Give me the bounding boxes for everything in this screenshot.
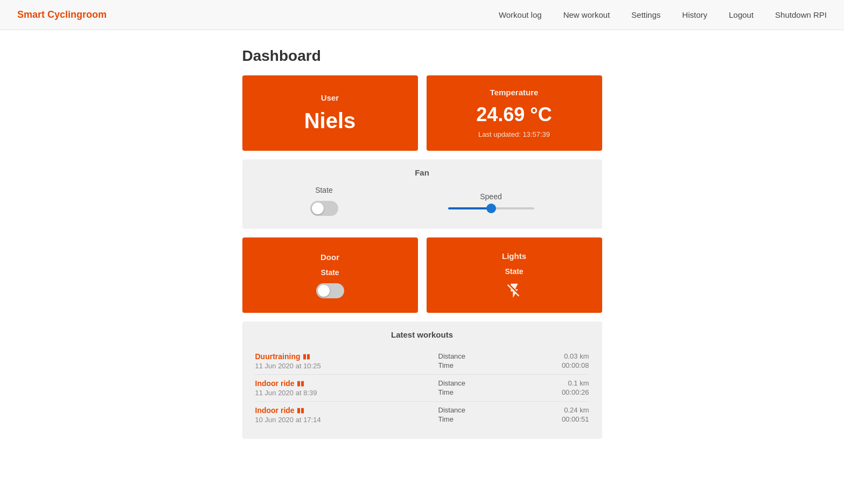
navbar: Smart Cyclingroom Workout log New workou… bbox=[0, 0, 844, 30]
stat-value: 00:00:08 bbox=[562, 361, 589, 369]
workout-stat-row: Distance0.24 km bbox=[438, 406, 589, 414]
temperature-card-label: Temperature bbox=[490, 88, 539, 97]
door-card: Door State bbox=[242, 237, 418, 313]
nav-shutdown[interactable]: Shutdown RPI bbox=[775, 10, 827, 19]
workout-stat-row: Time00:00:08 bbox=[438, 361, 589, 369]
top-cards-row: User Niels Temperature 24.69 °C Last upd… bbox=[242, 75, 602, 151]
stat-key: Distance bbox=[438, 379, 482, 387]
workout-stats: Distance0.24 kmTime00:00:51 bbox=[438, 406, 589, 423]
fan-speed-group: Speed bbox=[448, 192, 534, 209]
workout-left: Duurtraining ▮▮11 Jun 2020 at 10:25 bbox=[255, 352, 438, 370]
temperature-card-sub: Last updated: 13:57:39 bbox=[478, 130, 550, 138]
page-title: Dashboard bbox=[242, 47, 602, 65]
workout-stat-row: Time00:00:26 bbox=[438, 388, 589, 396]
lights-card: Lights State bbox=[427, 237, 602, 313]
workout-name[interactable]: Indoor ride ▮▮ bbox=[255, 379, 438, 388]
fan-speed-label: Speed bbox=[480, 192, 501, 201]
workout-name[interactable]: Indoor ride ▮▮ bbox=[255, 406, 438, 415]
brand-link[interactable]: Smart Cyclingroom bbox=[17, 9, 107, 20]
workout-left: Indoor ride ▮▮11 Jun 2020 at 8:39 bbox=[255, 379, 438, 397]
stat-value: 0.24 km bbox=[564, 406, 589, 414]
workout-row: Duurtraining ▮▮11 Jun 2020 at 10:25Dista… bbox=[255, 348, 589, 375]
fan-toggle-track bbox=[310, 201, 338, 216]
nav-settings[interactable]: Settings bbox=[631, 10, 660, 19]
workout-date: 11 Jun 2020 at 10:25 bbox=[255, 362, 438, 370]
fan-state-group: State bbox=[310, 186, 338, 216]
workout-stat-row: Distance0.1 km bbox=[438, 379, 589, 387]
workouts-title: Latest workouts bbox=[255, 330, 589, 339]
bolt-off-icon bbox=[506, 282, 523, 299]
nav-links: Workout log New workout Settings History… bbox=[499, 10, 827, 20]
stat-value: 0.1 km bbox=[568, 379, 589, 387]
nav-logout[interactable]: Logout bbox=[729, 10, 754, 19]
bar-chart-icon: ▮▮ bbox=[303, 353, 310, 360]
workout-left: Indoor ride ▮▮10 Jun 2020 at 17:14 bbox=[255, 406, 438, 424]
fan-toggle[interactable] bbox=[310, 201, 338, 216]
lights-card-label: Lights bbox=[502, 251, 526, 261]
user-card: User Niels bbox=[242, 75, 418, 151]
workouts-list: Duurtraining ▮▮11 Jun 2020 at 10:25Dista… bbox=[255, 348, 589, 428]
user-card-label: User bbox=[321, 93, 339, 102]
user-card-value: Niels bbox=[304, 109, 356, 133]
door-state-label: State bbox=[320, 268, 339, 277]
stat-key: Time bbox=[438, 388, 482, 396]
stat-key: Distance bbox=[438, 406, 482, 414]
fan-card: Fan State Speed bbox=[242, 159, 602, 229]
door-toggle-track bbox=[316, 283, 344, 298]
workout-stat-row: Time00:00:51 bbox=[438, 415, 589, 423]
door-card-label: Door bbox=[320, 253, 339, 262]
workouts-card: Latest workouts Duurtraining ▮▮11 Jun 20… bbox=[242, 321, 602, 439]
lights-flash-icon bbox=[506, 282, 523, 299]
bar-chart-icon: ▮▮ bbox=[297, 407, 304, 414]
stat-key: Distance bbox=[438, 352, 482, 360]
nav-new-workout[interactable]: New workout bbox=[563, 10, 610, 19]
main-content: Dashboard User Niels Temperature 24.69 °… bbox=[234, 30, 611, 471]
fan-state-label: State bbox=[315, 186, 333, 194]
door-toggle[interactable] bbox=[316, 283, 344, 298]
stat-value: 00:00:26 bbox=[562, 388, 589, 396]
door-lights-row: Door State Lights State bbox=[242, 237, 602, 313]
workout-date: 11 Jun 2020 at 8:39 bbox=[255, 389, 438, 397]
workout-name[interactable]: Duurtraining ▮▮ bbox=[255, 352, 438, 361]
fan-controls: State Speed bbox=[255, 186, 589, 216]
workout-stats: Distance0.03 kmTime00:00:08 bbox=[438, 352, 589, 369]
stat-value: 00:00:51 bbox=[562, 415, 589, 423]
workout-stat-row: Distance0.03 km bbox=[438, 352, 589, 360]
nav-history[interactable]: History bbox=[682, 10, 708, 19]
stat-key: Time bbox=[438, 415, 482, 423]
bar-chart-icon: ▮▮ bbox=[297, 380, 304, 387]
stat-value: 0.03 km bbox=[564, 352, 589, 360]
workout-row: Indoor ride ▮▮11 Jun 2020 at 8:39Distanc… bbox=[255, 375, 589, 402]
fan-card-title: Fan bbox=[255, 168, 589, 177]
fan-speed-slider[interactable] bbox=[448, 207, 534, 209]
lights-state-label: State bbox=[505, 267, 523, 276]
temperature-card-value: 24.69 °C bbox=[476, 103, 552, 126]
workout-row: Indoor ride ▮▮10 Jun 2020 at 17:14Distan… bbox=[255, 402, 589, 428]
stat-key: Time bbox=[438, 361, 482, 369]
workout-date: 10 Jun 2020 at 17:14 bbox=[255, 416, 438, 424]
temperature-card: Temperature 24.69 °C Last updated: 13:57… bbox=[427, 75, 602, 151]
nav-workout-log[interactable]: Workout log bbox=[499, 10, 542, 19]
workout-stats: Distance0.1 kmTime00:00:26 bbox=[438, 379, 589, 396]
